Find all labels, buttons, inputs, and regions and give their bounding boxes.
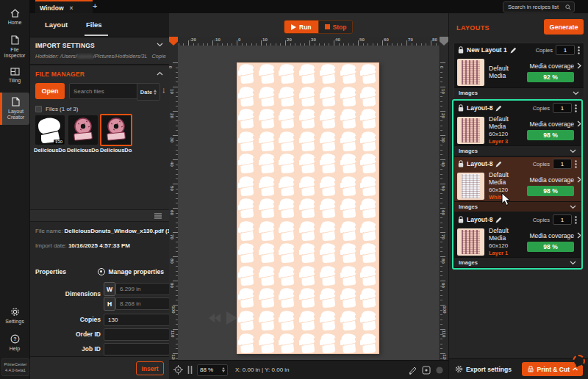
images-row[interactable]: Images <box>454 87 584 98</box>
chevron-right-icon[interactable] <box>577 176 581 183</box>
center-view-icon[interactable] <box>173 365 183 375</box>
layout-card[interactable]: Layout-8 Copies Default Media 60x120 Lay… <box>454 213 581 267</box>
height-label: H <box>104 297 115 311</box>
app-window: Home File Inspector Tiling Layout Creato… <box>0 0 588 379</box>
media-layer: Layer 3 <box>489 138 527 145</box>
job-id-field[interactable] <box>104 343 170 355</box>
die-cut-donut-shape <box>238 198 256 218</box>
ruler-origin-marker[interactable] <box>169 37 178 46</box>
manage-properties-radio[interactable] <box>98 268 105 275</box>
sidebar-item-layout-creator[interactable]: Layout Creator <box>0 93 29 125</box>
coverage-badge: 98 % <box>527 130 574 140</box>
sidebar-label: File Inspector <box>0 47 29 59</box>
kebab-menu-icon[interactable] <box>575 104 577 112</box>
recipes-search[interactable] <box>503 1 575 12</box>
die-cut-donut-shape <box>238 221 256 241</box>
close-icon[interactable]: × <box>70 4 74 12</box>
layout-canvas[interactable] <box>178 46 440 360</box>
files-count-label: Files (1 of 3) <box>46 106 78 112</box>
layout-card[interactable]: Layout-8 Copies Default Media 60x120 Lay… <box>454 101 581 156</box>
ruler-end-marker[interactable] <box>440 37 448 46</box>
run-button[interactable]: Run <box>284 21 318 33</box>
sidebar-item-tiling[interactable]: Tiling <box>0 68 29 84</box>
registration-mark-icon[interactable] <box>422 366 431 375</box>
layout-card[interactable]: Layout-8 Copies Default Media 60x120 Whi… <box>454 157 581 212</box>
sidebar-item-help[interactable]: ? Help <box>0 334 29 352</box>
edit-icon[interactable] <box>495 161 502 167</box>
kebab-menu-icon[interactable] <box>575 160 577 168</box>
copies-input[interactable] <box>553 159 572 169</box>
die-cut-donut-shape <box>340 266 358 286</box>
sidebar-item-home[interactable]: Home <box>0 9 29 26</box>
copies-field[interactable] <box>104 314 170 326</box>
chevron-right-icon[interactable] <box>577 120 581 127</box>
layout-card-list: New Layout 1 Copies Default Media Media … <box>453 43 584 98</box>
layout-card[interactable]: New Layout 1 Copies Default Media Media … <box>453 43 584 98</box>
file-thumbnail[interactable]: 130 <box>35 115 65 145</box>
edit-icon[interactable] <box>495 217 502 223</box>
open-button[interactable]: Open <box>35 83 65 99</box>
media-sheet[interactable] <box>237 62 379 354</box>
copies-input[interactable] <box>553 214 572 225</box>
layers-icon[interactable] <box>435 366 444 375</box>
images-row[interactable]: Images <box>454 257 581 267</box>
recipes-search-input[interactable] <box>506 3 565 11</box>
layout-thumbnail[interactable] <box>457 59 484 86</box>
die-cut-donut-shape <box>299 176 317 196</box>
file-thumbnail[interactable] <box>68 115 98 145</box>
images-row[interactable]: Images <box>454 145 581 156</box>
layout-card-header: Layout-8 Copies <box>454 101 581 115</box>
insert-button[interactable]: Insert <box>136 361 164 375</box>
search-icon <box>565 4 571 10</box>
rewind-icon[interactable] <box>209 314 220 322</box>
sidebar-item-file-inspector[interactable]: File Inspector <box>0 35 29 59</box>
sidebar-item-settings[interactable]: Settings <box>0 307 29 325</box>
chevron-right-icon[interactable] <box>577 62 581 69</box>
fit-view-icon[interactable] <box>187 366 193 374</box>
file-name: DeliciousDo... <box>67 147 99 154</box>
order-id-field[interactable] <box>104 328 170 341</box>
list-view-icon[interactable] <box>154 213 162 219</box>
die-cut-donut-shape <box>340 288 358 308</box>
export-settings-button[interactable]: Export settings <box>455 365 512 373</box>
tab-layout[interactable]: Layout <box>45 21 68 29</box>
select-all-checkbox[interactable] <box>35 106 42 112</box>
copies-input[interactable] <box>553 103 572 113</box>
tab-files[interactable]: Files <box>86 21 102 29</box>
file-thumbnail-selected[interactable] <box>100 114 132 146</box>
die-cut-donut-shape <box>259 64 276 84</box>
files-search-input[interactable] <box>69 83 140 99</box>
layout-thumbnail[interactable] <box>457 173 484 200</box>
zoom-stepper-icon[interactable] <box>222 367 225 372</box>
stop-button[interactable]: Stop <box>318 21 353 33</box>
files-count-row: Files (1 of 3) <box>35 106 78 112</box>
cutter-icon[interactable] <box>409 366 417 375</box>
play-ghost-icon[interactable] <box>225 311 238 325</box>
edit-icon[interactable] <box>495 105 502 112</box>
layout-thumbnail[interactable] <box>457 117 484 144</box>
date-sort-dropdown[interactable]: Date <box>137 83 160 101</box>
images-row[interactable]: Images <box>454 201 581 212</box>
layout-thumbnail[interactable] <box>457 228 484 256</box>
kebab-menu-icon[interactable] <box>578 46 580 54</box>
chevron-up-icon[interactable] <box>157 71 163 76</box>
chevron-right-icon[interactable] <box>577 232 581 239</box>
copies-input[interactable] <box>556 45 575 55</box>
media-size: 60x120 <box>489 131 527 137</box>
die-cut-donut-shape <box>279 243 296 263</box>
generate-button[interactable]: Generate <box>544 19 584 35</box>
window-tab[interactable]: Window × <box>35 0 93 15</box>
die-cut-donut-shape <box>279 266 296 286</box>
new-tab-button[interactable]: + <box>93 1 97 10</box>
layout-name: New Layout 1 <box>467 46 507 54</box>
width-value[interactable]: 6.299 in <box>115 283 170 295</box>
sort-direction-icon[interactable]: ↓ <box>162 85 166 94</box>
chevron-down-icon[interactable] <box>157 43 163 47</box>
die-cut-donut-shape <box>360 288 378 308</box>
zoom-control[interactable]: 88 % <box>197 364 228 376</box>
die-cut-donut-shape <box>360 221 378 241</box>
file-name: DeliciousDo... <box>100 147 132 154</box>
height-value[interactable]: 8.268 in <box>115 297 170 310</box>
edit-icon[interactable] <box>510 47 517 54</box>
kebab-menu-icon[interactable] <box>575 216 577 224</box>
